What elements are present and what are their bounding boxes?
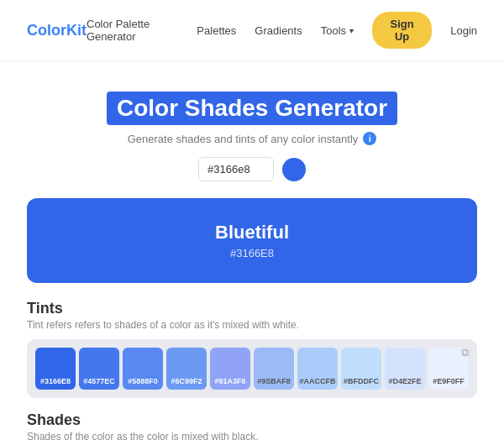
tint-cell[interactable]: #5888F0 — [123, 348, 163, 390]
shade-label: #AACCFB — [299, 377, 335, 385]
color-hex: #3166E8 — [50, 247, 454, 259]
site-logo[interactable]: ColorKit — [27, 22, 87, 39]
shades-title: Shades — [27, 411, 477, 429]
shade-label: #3166E8 — [40, 377, 71, 385]
hero-section: Color Shades Generator Generate shades a… — [0, 61, 504, 198]
nav-palettes[interactable]: Palettes — [197, 24, 236, 37]
shades-section: Shades Shades of the color as the color … — [27, 411, 477, 445]
color-name: Bluetiful — [50, 222, 454, 243]
tint-cell[interactable]: #9SBAF8 — [254, 348, 294, 390]
tints-section: Tints Tint refers refers to shades of a … — [27, 300, 477, 398]
login-button[interactable]: Login — [450, 24, 477, 37]
hero-subtitle: Generate shades and tints of any color i… — [27, 132, 477, 145]
shades-desc: Shades of the color as the color is mixe… — [27, 431, 477, 442]
tints-row: #3166E8#4577EC#5888F0#6C99F2#91A3F6#9SBA… — [35, 348, 469, 390]
tint-cell[interactable]: #AACCFB — [297, 348, 338, 390]
copy-icon[interactable]: ⧉ — [461, 346, 469, 359]
shade-label: #4577EC — [83, 377, 115, 385]
shade-label: #9SBAF8 — [257, 377, 291, 385]
color-picker-button[interactable] — [282, 158, 306, 181]
tint-cell[interactable]: #BFDDFC — [341, 348, 381, 390]
tint-cell[interactable]: #91A3F6 — [210, 348, 250, 390]
shade-label: #E9F0FF — [433, 377, 465, 385]
nav-links: Color Palette Generator Palettes Gradien… — [87, 12, 477, 49]
nav-gradients[interactable]: Gradients — [255, 24, 302, 37]
subtitle-text: Generate shades and tints of any color i… — [128, 133, 359, 145]
page-title: Color Shades Generator — [107, 92, 397, 125]
shade-label: #5888F0 — [128, 377, 158, 385]
info-icon[interactable]: i — [363, 132, 376, 145]
chevron-down-icon: ▾ — [349, 26, 354, 35]
shade-label: #6C99F2 — [171, 377, 202, 385]
tints-title: Tints — [27, 300, 477, 317]
shade-label: #91A3F6 — [214, 377, 245, 385]
tint-cell[interactable]: #6C99F2 — [166, 348, 207, 390]
signup-button[interactable]: Sign Up — [372, 12, 432, 49]
hex-input[interactable] — [198, 157, 274, 181]
nav-tools-label: Tools — [321, 24, 346, 37]
nav-tools-dropdown[interactable]: Tools ▾ — [321, 24, 354, 37]
tints-row-wrapper: ⧉ #3166E8#4577EC#5888F0#6C99F2#91A3F6#9S… — [27, 339, 477, 398]
color-input-row — [27, 157, 477, 181]
tint-cell[interactable]: #4577EC — [79, 348, 119, 390]
color-card: Bluetiful #3166E8 — [27, 198, 477, 283]
tint-cell[interactable]: #3166E8 — [35, 348, 76, 390]
tints-desc: Tint refers refers to shades of a color … — [27, 319, 477, 331]
nav-color-palette[interactable]: Color Palette Generator — [87, 18, 178, 43]
tint-cell[interactable]: #D4E2FE — [385, 348, 425, 390]
shade-label: #D4E2FE — [388, 377, 421, 385]
shade-label: #BFDDFC — [344, 377, 379, 385]
